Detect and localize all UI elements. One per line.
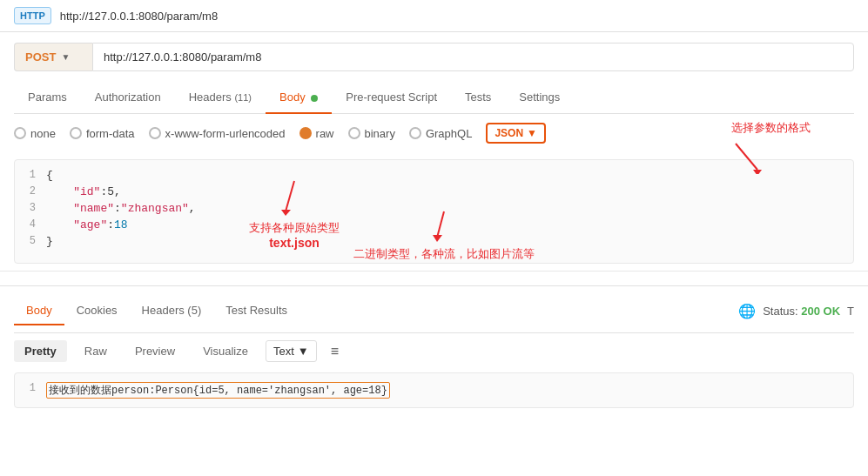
status-info: 🌐 Status: 200 OK T — [738, 303, 854, 319]
code-line-3: 3 "name":"zhangsan", — [15, 200, 853, 217]
radio-form-data — [70, 127, 82, 139]
http-badge: HTTP — [14, 7, 51, 24]
tab-headers[interactable]: Headers (11) — [175, 82, 266, 114]
format-preview[interactable]: Preview — [124, 340, 185, 362]
json-label: JSON — [495, 127, 523, 139]
radio-urlencoded — [149, 127, 161, 139]
code-line-2: 2 "id":5, — [15, 184, 853, 200]
option-raw[interactable]: raw — [299, 127, 334, 140]
option-urlencoded[interactable]: x-www-form-urlencoded — [149, 127, 286, 140]
method-select[interactable]: POST ▼ — [14, 43, 92, 71]
request-tabs: Params Authorization Headers (11) Body P… — [14, 82, 854, 114]
status-badge: Status: 200 OK — [763, 305, 840, 318]
top-url-display: http://127.0.0.1:8080/param/m8 — [60, 10, 218, 23]
text-chevron-icon: ▼ — [298, 345, 309, 358]
code-line-1: 1 { — [15, 167, 853, 184]
radio-binary — [348, 127, 360, 139]
option-none[interactable]: none — [14, 127, 56, 140]
response-tabs: Body Cookies Headers (5) Test Results — [14, 297, 299, 325]
json-chevron-icon: ▼ — [527, 127, 537, 139]
tab-body[interactable]: Body — [266, 82, 332, 114]
text-label: Text — [273, 345, 294, 358]
resp-tab-headers[interactable]: Headers (5) — [130, 297, 214, 325]
tab-pre-request[interactable]: Pre-request Script — [332, 82, 451, 114]
tab-authorization[interactable]: Authorization — [81, 82, 175, 114]
code-editor-container: 1 { 2 "id":5, 3 "name":"zhangsan", 4 "ag… — [14, 159, 854, 264]
json-format-select[interactable]: JSON ▼ — [486, 123, 546, 144]
format-visualize[interactable]: Visualize — [192, 340, 259, 362]
response-section: Body Cookies Headers (5) Test Results 🌐 … — [0, 286, 868, 408]
radio-raw — [299, 127, 312, 139]
code-line-4: 4 "age":18 — [15, 217, 853, 233]
tab-tests[interactable]: Tests — [451, 82, 505, 114]
response-body: 1 接收到的数据person:Person{id=5, name='zhangs… — [14, 372, 854, 408]
url-input[interactable] — [92, 43, 854, 71]
body-options-row: none form-data x-www-form-urlencoded raw… — [14, 114, 854, 152]
text-format-dropdown[interactable]: Text ▼ — [266, 340, 317, 362]
request-section: POST ▼ Params Authorization Headers (11)… — [0, 43, 868, 272]
status-extra: T — [847, 305, 854, 318]
tab-params[interactable]: Params — [14, 82, 81, 114]
code-editor[interactable]: 1 { 2 "id":5, 3 "name":"zhangsan", 4 "ag… — [14, 159, 854, 264]
resp-tab-test-results[interactable]: Test Results — [213, 297, 299, 325]
format-raw[interactable]: Raw — [74, 340, 118, 362]
method-url-row: POST ▼ — [14, 43, 854, 71]
option-binary[interactable]: binary — [348, 127, 395, 140]
resp-tab-body[interactable]: Body — [14, 297, 64, 325]
body-active-dot — [311, 95, 318, 102]
top-bar: HTTP http://127.0.0.1:8080/param/m8 — [0, 0, 868, 32]
chevron-down-icon: ▼ — [61, 52, 70, 62]
response-text: 接收到的数据person:Person{id=5, name='zhangsan… — [46, 382, 390, 399]
tab-settings[interactable]: Settings — [505, 82, 574, 114]
option-form-data[interactable]: form-data — [70, 127, 135, 140]
option-graphql[interactable]: GraphQL — [409, 127, 472, 140]
filter-icon[interactable]: ≡ — [331, 344, 339, 359]
globe-icon: 🌐 — [738, 303, 756, 319]
resp-tab-cookies[interactable]: Cookies — [64, 297, 130, 325]
format-pretty[interactable]: Pretty — [14, 340, 67, 362]
resp-line-1: 1 接收到的数据person:Person{id=5, name='zhangs… — [15, 380, 853, 400]
code-line-5: 5 } — [15, 233, 853, 250]
resp-format-row: Pretty Raw Preview Visualize Text ▼ ≡ — [14, 333, 854, 369]
radio-none — [14, 127, 26, 139]
method-label: POST — [25, 50, 56, 64]
response-header: Body Cookies Headers (5) Test Results 🌐 … — [14, 286, 854, 333]
radio-graphql — [409, 127, 421, 139]
